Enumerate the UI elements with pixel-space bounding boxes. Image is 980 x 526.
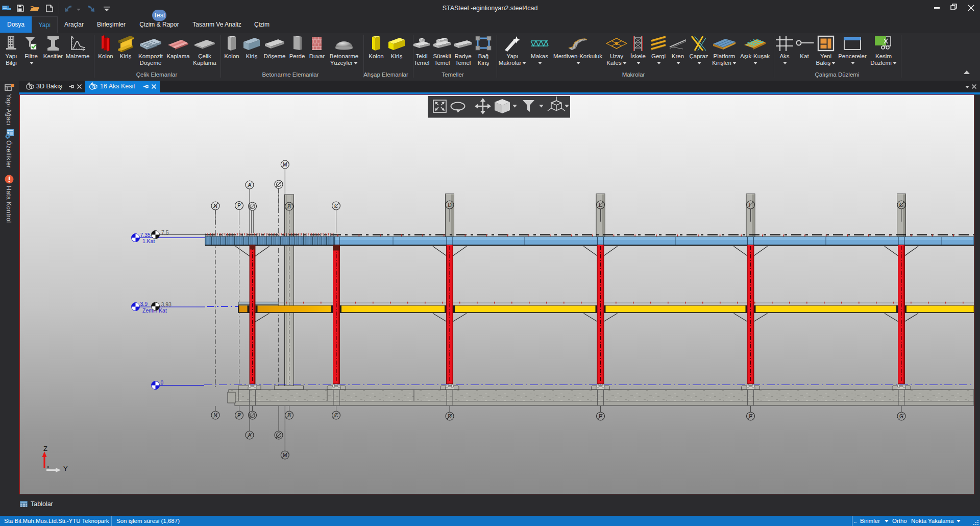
svg-text:F: F	[749, 414, 752, 419]
svg-text:F: F	[749, 202, 752, 208]
svg-text:N: N	[213, 413, 217, 418]
svg-text:M: M	[283, 452, 287, 458]
svg-text:N: N	[213, 203, 217, 209]
svg-text:Y: Y	[63, 465, 68, 472]
svg-text:0: 0	[161, 380, 164, 386]
svg-text:C: C	[334, 413, 338, 418]
svg-text:1.Kat: 1.Kat	[142, 238, 155, 244]
svg-text:A: A	[248, 433, 252, 438]
svg-text:G: G	[899, 414, 903, 419]
svg-text:C: C	[334, 203, 338, 209]
svg-text:P: P	[237, 203, 241, 208]
svg-text:3.9: 3.9	[140, 301, 148, 307]
svg-text:B: B	[287, 204, 291, 209]
svg-text:E: E	[599, 202, 602, 208]
svg-text:7,5: 7,5	[161, 229, 169, 235]
svg-text:Z: Z	[43, 445, 47, 452]
svg-text:x: x	[47, 464, 50, 469]
svg-text:G: G	[899, 202, 903, 208]
svg-text:A: A	[248, 182, 252, 188]
svg-text:D: D	[448, 202, 451, 208]
svg-text:E: E	[599, 414, 602, 419]
svg-text:B: B	[287, 413, 291, 418]
svg-text:P: P	[237, 413, 241, 418]
svg-text:M: M	[283, 162, 287, 168]
svg-text:D: D	[448, 414, 451, 419]
svg-text:7.35: 7.35	[140, 232, 151, 238]
svg-text:3,93: 3,93	[161, 301, 172, 307]
